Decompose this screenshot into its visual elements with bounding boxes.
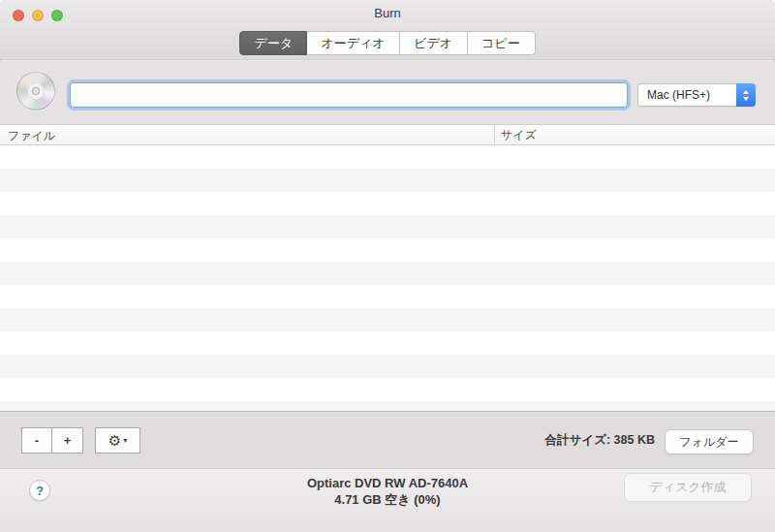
chevron-down-icon: ▾ (123, 436, 127, 445)
tab-audio[interactable]: オーディオ (307, 31, 399, 55)
folder-button[interactable]: フォルダー (665, 429, 754, 454)
total-size-label: 合計サイズ: (545, 433, 611, 447)
remove-item-button[interactable]: - (21, 427, 52, 454)
gear-menu-button[interactable]: ⚙ ▾ (95, 427, 140, 454)
file-list[interactable] (0, 145, 775, 411)
burn-window: Burn データ オーディオ ビデオ コピー Mac (HFS+) ファイル サ… (0, 0, 775, 532)
popup-arrows-icon (736, 83, 756, 107)
cd-disc-icon (16, 72, 55, 110)
tab-data[interactable]: データ (239, 31, 307, 55)
window-title: Burn (0, 6, 775, 20)
total-size: 合計サイズ: 385 KB (545, 432, 655, 449)
tab-copy[interactable]: コピー (468, 31, 536, 55)
gear-icon: ⚙ (108, 433, 121, 448)
status-bar: ? Optiarc DVD RW AD-7640A 4.71 GB 空き (0%… (0, 468, 775, 532)
table-header: ファイル サイズ (0, 124, 775, 145)
toolbar: Mac (HFS+) (0, 61, 775, 124)
column-header-file[interactable]: ファイル (8, 128, 55, 144)
add-item-button[interactable]: + (52, 427, 83, 454)
filesystem-selected-value: Mac (HFS+) (638, 88, 736, 102)
burn-disc-button[interactable]: ディスク作成 (624, 473, 752, 502)
disc-name-input[interactable] (70, 82, 628, 108)
tab-video[interactable]: ビデオ (400, 31, 468, 55)
add-remove-segment: - + (21, 427, 83, 454)
mode-tabs: データ オーディオ ビデオ コピー (0, 31, 775, 55)
total-size-value: 385 KB (614, 433, 655, 447)
column-header-size[interactable]: サイズ (494, 125, 537, 145)
title-bar: Burn データ オーディオ ビデオ コピー (0, 0, 775, 60)
filesystem-select[interactable]: Mac (HFS+) (637, 83, 756, 107)
footer-toolbar: - + ⚙ ▾ 合計サイズ: 385 KB フォルダー (0, 411, 775, 468)
